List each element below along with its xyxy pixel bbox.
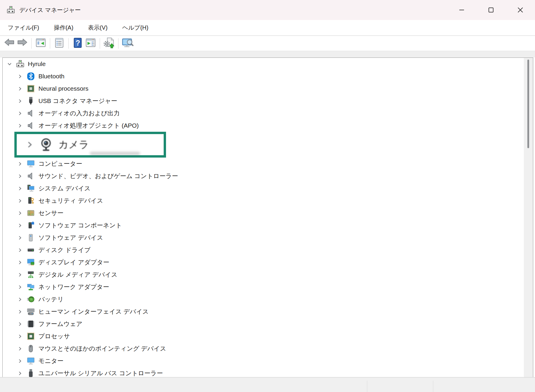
expand-chevron-icon[interactable] [17, 345, 23, 352]
vertical-scrollbar[interactable] [524, 58, 533, 377]
expand-chevron-icon[interactable] [17, 122, 23, 129]
expand-chevron-icon[interactable] [17, 222, 23, 229]
tree-item-software-components[interactable]: ソフトウェア コンポーネント [3, 219, 524, 232]
audio-inputs-outputs-icon [26, 109, 35, 118]
tree-item-firmware[interactable]: ファームウェア [3, 318, 524, 330]
expand-chevron-icon[interactable] [17, 284, 23, 290]
expand-chevron-icon[interactable] [17, 308, 23, 315]
close-icon [517, 6, 524, 13]
expand-chevron-icon[interactable] [17, 271, 23, 278]
human-interface-devices-icon [26, 307, 35, 316]
expand-chevron-icon[interactable] [26, 141, 34, 148]
system-devices-icon [26, 184, 35, 193]
tree-item-label: ディスク ドライブ [38, 246, 91, 254]
monitors-icon [26, 356, 35, 366]
tree-item-disk-drives[interactable]: ディスク ドライブ [3, 244, 524, 256]
firmware-icon [26, 319, 35, 329]
scan-hardware-changes-button[interactable] [103, 37, 116, 50]
minimize-button[interactable] [447, 0, 476, 20]
expand-chevron-icon[interactable] [17, 259, 23, 266]
maximize-button[interactable] [476, 0, 506, 20]
toolbar-separator [31, 38, 32, 49]
tree-item-audio-processing-objects[interactable]: オーディオ処理オブジェクト (APO) [3, 119, 524, 132]
help-button[interactable]: ? [71, 37, 84, 50]
sensors-icon [26, 208, 35, 218]
menu-file[interactable]: ファイル(F) [6, 23, 41, 33]
tree-item-label: ファームウェア [38, 320, 82, 328]
tree-item-display-adapters[interactable]: ディスプレイ アダプター [3, 256, 524, 268]
tree-item-software-devices[interactable]: ソフトウェア デバイス [3, 232, 524, 244]
expand-chevron-icon[interactable] [17, 173, 23, 179]
scrollbar-thumb[interactable] [527, 60, 529, 148]
expand-chevron-icon[interactable] [17, 73, 23, 80]
expand-chevron-icon[interactable] [17, 247, 23, 253]
status-bar [0, 377, 535, 392]
tree-item-usb-connector-manager[interactable]: USB コネクタ マネージャー [3, 95, 524, 107]
remote-computer-button[interactable] [121, 37, 134, 50]
expand-chevron-icon[interactable] [17, 210, 23, 216]
disk-drives-icon [26, 245, 35, 255]
expand-chevron-icon[interactable] [17, 185, 23, 192]
tree-item-neural-processors[interactable]: Neural processors [3, 82, 524, 95]
menu-help[interactable]: ヘルプ(H) [121, 23, 150, 33]
tree-item-monitors[interactable]: モニター [3, 355, 524, 367]
tree-item-camera[interactable]: カメラ [14, 132, 166, 158]
tree-item-human-interface-devices[interactable]: ヒューマン インターフェイス デバイス [3, 305, 524, 318]
tree-item-processors[interactable]: プロセッサ [3, 330, 524, 342]
tree-item-network-adapters[interactable]: ネットワーク アダプター [3, 281, 524, 293]
scan-hardware-icon [103, 37, 115, 50]
menu-view[interactable]: 表示(V) [86, 23, 109, 33]
back-arrow-icon [4, 37, 15, 50]
tree-item-label: システム デバイス [38, 184, 91, 192]
tree-item-security-devices[interactable]: セキュリティ デバイス [3, 195, 524, 207]
tree-item-usb-controllers[interactable]: ユニバーサル シリアル バス コントローラー [3, 367, 524, 378]
computer-icon [26, 159, 35, 168]
forward-button[interactable] [16, 37, 29, 50]
tree-item-label: マウスとそのほかのポインティング デバイス [38, 344, 166, 353]
tree-item-sensors[interactable]: センサー [3, 207, 524, 219]
tree-item-label: センサー [38, 209, 63, 217]
action-pane-button[interactable] [84, 37, 97, 50]
remote-computer-icon [122, 37, 133, 50]
expand-chevron-icon[interactable] [17, 370, 23, 376]
expand-chevron-icon[interactable] [17, 110, 23, 116]
properties-icon [54, 37, 65, 50]
tree-item-mice-pointing-devices[interactable]: マウスとそのほかのポインティング デバイス [3, 342, 524, 355]
expand-chevron-icon[interactable] [17, 98, 23, 104]
tree-item-digital-media-devices[interactable]: デジタル メディア デバイス [3, 268, 524, 281]
properties-button[interactable] [53, 37, 66, 50]
tree-item-sound-video-game-controllers[interactable]: サウンド、ビデオ、およびゲーム コントローラー [3, 170, 524, 182]
expand-chevron-icon[interactable] [17, 358, 23, 364]
toolbar-separator [100, 38, 100, 49]
tree-item-computer[interactable]: コンピューター [3, 158, 524, 170]
expand-chevron-icon[interactable] [17, 333, 23, 339]
digital-media-devices-icon [26, 270, 35, 279]
tree-item-label: モニター [38, 357, 63, 365]
expand-chevron-icon[interactable] [17, 85, 23, 92]
close-button[interactable] [506, 0, 535, 20]
help-icon: ? [72, 37, 83, 50]
tree-item-bluetooth[interactable]: Bluetooth [3, 70, 524, 82]
tree-item-label: バッテリ [38, 295, 64, 303]
expand-chevron-icon[interactable] [17, 234, 23, 241]
expand-chevron-icon[interactable] [17, 296, 23, 303]
expand-chevron-icon[interactable] [17, 197, 23, 204]
tree-item-batteries[interactable]: バッテリ [3, 293, 524, 305]
tree-item-label: カメラ [58, 138, 89, 151]
tree-item-audio-inputs-outputs[interactable]: オーディオの入力および出力 [3, 107, 524, 119]
tree-item-system-devices[interactable]: システム デバイス [3, 182, 524, 195]
menu-bar: ファイル(F) 操作(A) 表示(V) ヘルプ(H) [0, 20, 535, 36]
audio-processing-objects-icon [26, 121, 35, 130]
expand-chevron-icon[interactable] [17, 160, 23, 167]
expand-chevron-icon[interactable] [17, 321, 23, 327]
usb-controllers-icon [26, 369, 35, 378]
mice-pointing-devices-icon [26, 344, 35, 353]
svg-text:?: ? [76, 39, 80, 47]
processors-icon [26, 332, 35, 341]
collapse-chevron-icon[interactable] [6, 61, 13, 67]
show-console-tree-button[interactable] [34, 37, 47, 50]
hyrule-icon [16, 59, 25, 69]
menu-action[interactable]: 操作(A) [52, 23, 75, 33]
back-button[interactable] [3, 37, 16, 50]
tree-item-hyrule[interactable]: Hyrule [3, 58, 524, 70]
